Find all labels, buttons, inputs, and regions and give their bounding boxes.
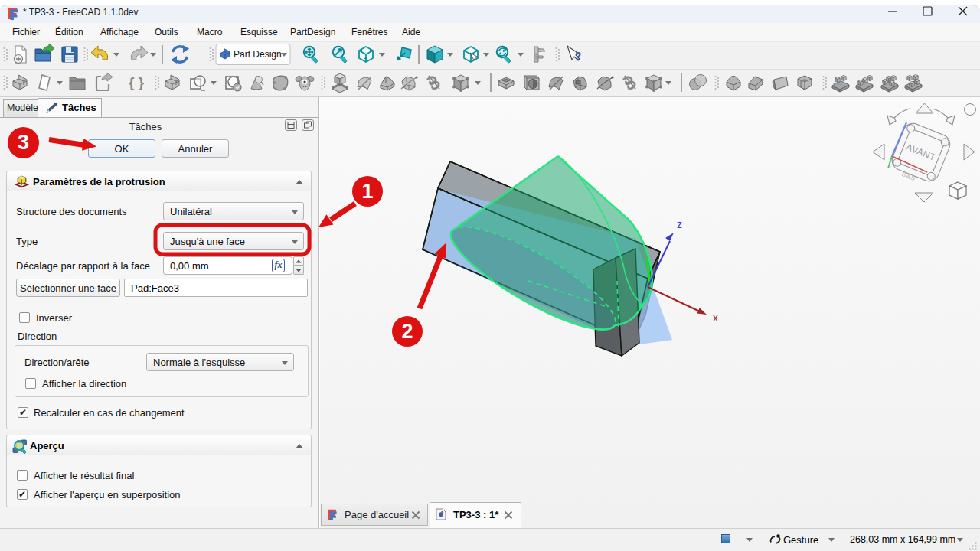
svg-text:x: x xyxy=(713,311,718,324)
svg-text:?: ? xyxy=(575,49,582,64)
svg-text:Part Design: Part Design xyxy=(234,49,282,60)
svg-text:z: z xyxy=(677,218,682,230)
svg-text:{ }: { } xyxy=(129,74,145,90)
